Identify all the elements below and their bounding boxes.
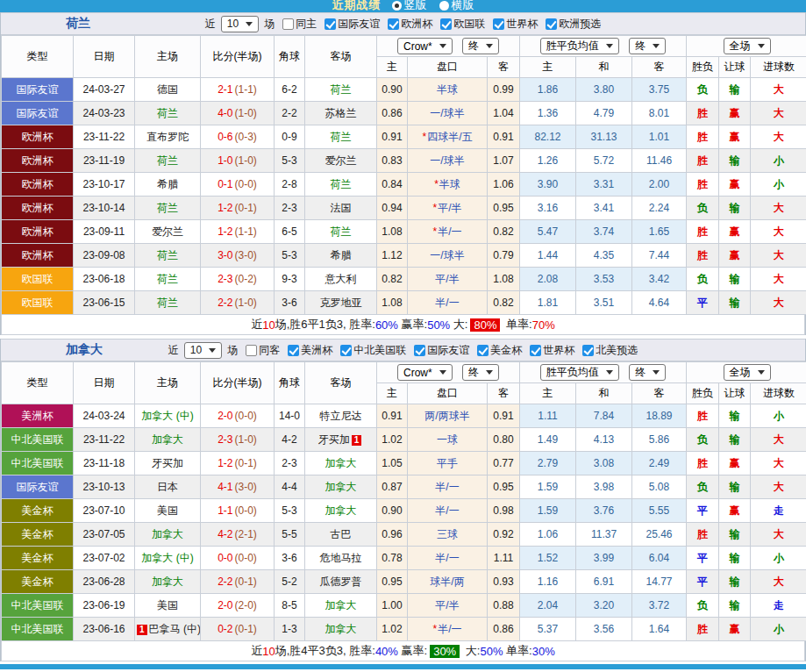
col-header-away: 客场 <box>305 36 377 78</box>
avg-away-odds: 2.00 <box>632 173 687 197</box>
result-group-header: 全场 <box>687 362 806 383</box>
halftime-score: (0-0) <box>235 178 257 190</box>
result-goals: 小 <box>751 618 806 641</box>
bookmaker-select-value: Crow* <box>403 40 432 53</box>
fulltime-score: 0-6 <box>218 131 232 143</box>
radio-unselected-icon[interactable] <box>439 1 449 11</box>
avg-metric-select[interactable]: 胜平负均值 <box>540 364 619 381</box>
subheader-result-goals: 进球数 <box>751 57 806 78</box>
league-filter-checkbox-label[interactable]: 中北美国联 <box>353 343 406 358</box>
handicap-line: 半/一 <box>408 547 488 570</box>
handicap-home-odds: 1.05 <box>377 452 408 475</box>
league-filter-checkbox-label[interactable]: 欧国联 <box>453 17 485 32</box>
match-scope-select[interactable]: 全场 <box>724 38 771 54</box>
bookmaker-select[interactable]: Crow* <box>397 364 453 381</box>
avg-away-odds: 3.72 <box>632 594 687 618</box>
away-team-cell: 克罗地亚 <box>305 291 377 315</box>
filter-prefix-label: 近 <box>168 343 179 358</box>
result-goals: 小 <box>751 173 806 197</box>
league-filter-checkbox-label[interactable]: 北美预选 <box>596 343 638 358</box>
score-cell: 0-2(0-1) <box>201 618 275 641</box>
avg-home-odds: 2.04 <box>520 594 576 618</box>
avg-stage-select[interactable]: 终 <box>629 364 666 381</box>
caret-down-icon <box>439 370 446 375</box>
recent-count-select[interactable]: 10 <box>184 342 222 359</box>
date-cell: 23-11-19 <box>74 149 135 173</box>
avg-away-odds: 2.24 <box>632 197 687 220</box>
match-scope-select[interactable]: 全场 <box>724 364 771 381</box>
avg-away-odds: 3.42 <box>632 268 687 291</box>
radio-option-vertical[interactable]: 竖版 <box>392 0 427 12</box>
team-name: 克罗地亚 <box>320 297 362 309</box>
home-team-cell: 美国 <box>135 499 201 523</box>
team-name: 爱尔兰 <box>325 154 357 167</box>
score-cell: 1-1(0-0) <box>201 499 275 523</box>
handicap-stage-select[interactable]: 终 <box>462 364 499 381</box>
matches-body: 国际友谊24-03-27德国2-1(1-1)6-2荷兰0.90半球0.991.8… <box>2 78 806 315</box>
away-team-cell: 加拿大 <box>305 452 377 475</box>
avg-home-odds: 5.47 <box>520 220 576 244</box>
handicap-away-odds: 0.79 <box>488 244 520 268</box>
radio-selected-icon[interactable] <box>392 1 402 11</box>
handicap-line: 平/半 <box>408 594 488 618</box>
league-filter-checkbox[interactable] <box>493 18 504 30</box>
handicap-line-text: 一/球半 <box>430 107 464 119</box>
league-filter-checkbox-label[interactable]: 世界杯 <box>506 17 538 32</box>
avg-home-odds: 1.36 <box>520 102 576 125</box>
recent-count-select[interactable]: 10 <box>221 16 259 32</box>
league-filter-checkbox-label[interactable]: 欧洲杯 <box>401 17 432 32</box>
home-team-cell: 加拿大 <box>135 570 201 594</box>
team-name: 特立尼达 <box>320 410 362 422</box>
same-venue-checkbox[interactable] <box>282 18 294 30</box>
league-filter-checkbox[interactable] <box>582 345 594 356</box>
same-venue-checkbox-label[interactable]: 同客 <box>259 343 280 358</box>
result-handicap: 赢 <box>719 452 751 475</box>
bookmaker-select[interactable]: Crow* <box>397 38 453 54</box>
score-cell: 1-2(0-1) <box>201 197 275 220</box>
league-filter-checkbox[interactable] <box>388 18 399 30</box>
handicap-line: 两/两球半 <box>408 404 488 428</box>
handicap-stage-select[interactable]: 终 <box>462 38 499 54</box>
league-filter-checkbox[interactable] <box>340 345 352 356</box>
league-filter-checkbox-label[interactable]: 国际友谊 <box>427 343 469 358</box>
avg-away-odds: 1.64 <box>632 618 687 641</box>
avg-stage-select[interactable]: 终 <box>629 38 666 54</box>
league-filter-checkbox[interactable] <box>440 18 452 30</box>
league-filter-checkbox[interactable] <box>414 345 425 356</box>
radio-label[interactable]: 横版 <box>452 0 474 12</box>
result-goals: 大 <box>751 291 806 315</box>
league-filter-checkbox[interactable] <box>477 345 489 356</box>
league-filter-checkbox-label[interactable]: 欧洲预选 <box>559 17 601 32</box>
summary-segment: 赢率: <box>398 643 427 659</box>
col-header-corners: 角球 <box>275 36 305 78</box>
handicap-line-text: 球半/两 <box>430 575 464 588</box>
league-filter-checkbox[interactable] <box>546 18 557 30</box>
radio-label[interactable]: 竖版 <box>404 0 427 12</box>
league-filter-checkbox-label[interactable]: 国际友谊 <box>338 17 380 32</box>
result-handicap: 输 <box>719 547 751 570</box>
league-filter-checkbox[interactable] <box>530 345 541 356</box>
home-team-cell: 荷兰 <box>135 244 201 268</box>
halftime-score: (2-0) <box>235 599 257 611</box>
avg-home-odds: 2.08 <box>520 268 576 291</box>
league-filter-checkbox-label[interactable]: 美洲杯 <box>301 343 332 358</box>
league-filter-checkbox[interactable] <box>325 18 336 30</box>
league-filter-checkbox-label[interactable]: 美金杯 <box>490 343 522 358</box>
league-cell: 国际友谊 <box>2 102 74 125</box>
away-team-cell: 特立尼达 <box>305 404 377 428</box>
handicap-line-text: 平/半 <box>435 599 459 611</box>
match-scope-select-value: 全场 <box>730 39 751 54</box>
league-filter-checkbox-label[interactable]: 世界杯 <box>543 343 574 358</box>
corners-cell: 5-3 <box>275 149 305 173</box>
team-name: 加拿大 <box>152 575 183 588</box>
same-venue-checkbox[interactable] <box>246 345 257 356</box>
avg-home-odds: 1.16 <box>520 570 576 594</box>
fulltime-score: 1-0 <box>218 154 232 167</box>
result-wdl: 胜 <box>687 404 719 428</box>
radio-option-horizontal[interactable]: 横版 <box>439 0 474 12</box>
league-filter-checkbox[interactable] <box>288 345 299 356</box>
result-goals: 大 <box>751 268 806 291</box>
same-venue-checkbox-label[interactable]: 同主 <box>296 17 317 32</box>
avg-home-odds: 82.12 <box>520 125 576 149</box>
avg-metric-select[interactable]: 胜平负均值 <box>540 38 619 54</box>
